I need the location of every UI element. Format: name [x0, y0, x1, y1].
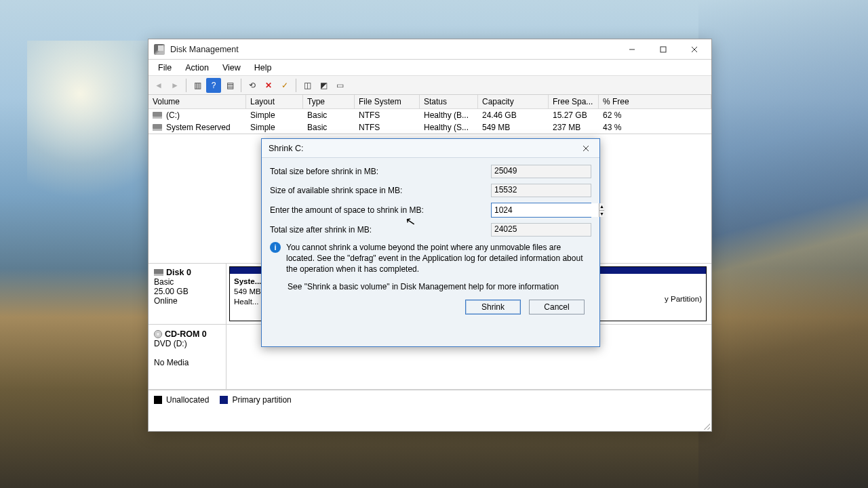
- cell: 43 %: [599, 121, 711, 134]
- menu-action[interactable]: Action: [180, 62, 214, 74]
- action1-icon[interactable]: ◫: [300, 78, 315, 93]
- menu-file[interactable]: File: [153, 62, 177, 74]
- title-bar[interactable]: Disk Management: [149, 39, 711, 60]
- value-available: 15532: [491, 184, 591, 197]
- cell: Healthy (B...: [420, 109, 478, 121]
- cell: Simple: [246, 121, 303, 134]
- cell: Basic: [303, 121, 355, 134]
- volume-icon: [153, 112, 162, 119]
- close-button[interactable]: [679, 39, 710, 60]
- col-volume[interactable]: Volume: [149, 95, 246, 109]
- toolbar: ◄ ► ▥ ? ▤ ⟲ ✕ ✓ ◫ ◩ ▭: [149, 76, 711, 95]
- col-freespace[interactable]: Free Spa...: [549, 95, 599, 109]
- col-layout[interactable]: Layout: [246, 95, 303, 109]
- disk-icon: [154, 269, 163, 276]
- value-total-after: 24025: [491, 223, 591, 237]
- cell: Basic: [303, 109, 355, 121]
- cell: System Reserved: [166, 123, 231, 132]
- col-type[interactable]: Type: [303, 95, 355, 109]
- app-icon: [154, 44, 165, 55]
- cell: 15.27 GB: [549, 109, 599, 121]
- help-icon[interactable]: ?: [206, 78, 221, 93]
- cell: NTFS: [355, 109, 420, 121]
- volume-table: Volume Layout Type File System Status Ca…: [149, 95, 711, 134]
- info-text: You cannot shrink a volume beyond the po…: [286, 242, 591, 275]
- table-row[interactable]: (C:) Simple Basic NTFS Healthy (B... 24.…: [149, 109, 711, 121]
- disk-title: Disk 0: [166, 268, 191, 277]
- cell: Healthy (S...: [420, 121, 478, 134]
- minimize-button[interactable]: [616, 39, 648, 60]
- menu-view[interactable]: View: [217, 62, 246, 74]
- cell: (C:): [166, 110, 180, 120]
- col-status[interactable]: Status: [420, 95, 478, 109]
- info-icon: i: [270, 242, 281, 253]
- dialog-title: Shrink C:: [269, 144, 576, 153]
- volume-icon: [153, 124, 162, 131]
- action2-icon[interactable]: ◩: [316, 78, 331, 93]
- cell: NTFS: [355, 121, 420, 134]
- cdrom-label: DVD (D:): [154, 339, 187, 348]
- shrink-dialog: Shrink C: Total size before shrink in MB…: [261, 138, 600, 347]
- label-total-after: Total size after shrink in MB:: [270, 225, 491, 235]
- legend-label: Primary partition: [232, 395, 291, 405]
- menu-bar: File Action View Help: [149, 60, 711, 76]
- cdrom-icon: [154, 330, 162, 338]
- label-total-before: Total size before shrink in MB:: [270, 167, 491, 176]
- spin-up-button[interactable]: ▲: [599, 203, 604, 211]
- table-row[interactable]: System Reserved Simple Basic NTFS Health…: [149, 121, 711, 134]
- legend-label: Unallocated: [166, 395, 209, 405]
- back-button[interactable]: ◄: [151, 78, 166, 93]
- value-total-before: 25049: [491, 165, 591, 178]
- cdrom-state: No Media: [154, 358, 189, 367]
- col-filesystem[interactable]: File System: [355, 95, 420, 109]
- label-enter-amount: Enter the amount of space to shrink in M…: [270, 205, 491, 215]
- col-pctfree[interactable]: % Free: [599, 95, 711, 109]
- shrink-amount-input[interactable]: [492, 203, 599, 217]
- partition-health: y Partition): [665, 295, 702, 303]
- svg-rect-1: [660, 47, 666, 52]
- dialog-close-button[interactable]: [576, 141, 595, 156]
- action3-icon[interactable]: ▭: [332, 78, 347, 93]
- partition-name: Syste...: [234, 277, 261, 285]
- partition-size: 549 MB: [234, 287, 261, 296]
- spin-down-button[interactable]: ▼: [599, 211, 604, 218]
- check-icon[interactable]: ✓: [277, 78, 292, 93]
- maximize-button[interactable]: [648, 39, 679, 60]
- swatch-unallocated: [154, 396, 162, 404]
- legend: Unallocated Primary partition: [149, 390, 711, 409]
- delete-icon[interactable]: ✕: [261, 78, 276, 93]
- cell: 24.46 GB: [478, 109, 549, 121]
- shrink-amount-spinner[interactable]: ▲ ▼: [491, 203, 591, 218]
- swatch-primary: [220, 396, 228, 404]
- label-available: Size of available shrink space in MB:: [270, 186, 491, 195]
- col-capacity[interactable]: Capacity: [478, 95, 549, 109]
- show-hide-button[interactable]: ▥: [190, 78, 205, 93]
- cell: 549 MB: [478, 121, 549, 134]
- disk-state: Online: [154, 296, 178, 306]
- disk-size: 25.00 GB: [154, 287, 189, 296]
- disk-type: Basic: [154, 277, 174, 287]
- cell: Simple: [246, 109, 303, 121]
- refresh-icon[interactable]: ⟲: [245, 78, 260, 93]
- resize-grip[interactable]: [702, 422, 710, 430]
- details-icon[interactable]: ▤: [222, 78, 237, 93]
- shrink-button[interactable]: Shrink: [465, 300, 521, 314]
- cell: 62 %: [599, 109, 711, 121]
- partition-health: Healt...: [234, 298, 258, 306]
- volume-table-header: Volume Layout Type File System Status Ca…: [149, 95, 711, 109]
- menu-help[interactable]: Help: [249, 62, 277, 74]
- cell: 237 MB: [549, 121, 599, 134]
- cdrom-title: CD-ROM 0: [165, 329, 207, 339]
- forward-button[interactable]: ►: [167, 78, 182, 93]
- window-title: Disk Management: [170, 45, 616, 54]
- see-help-text: See "Shrink a basic volume" in Disk Mana…: [288, 282, 591, 291]
- dialog-titlebar[interactable]: Shrink C:: [262, 139, 599, 158]
- cancel-button[interactable]: Cancel: [529, 300, 585, 314]
